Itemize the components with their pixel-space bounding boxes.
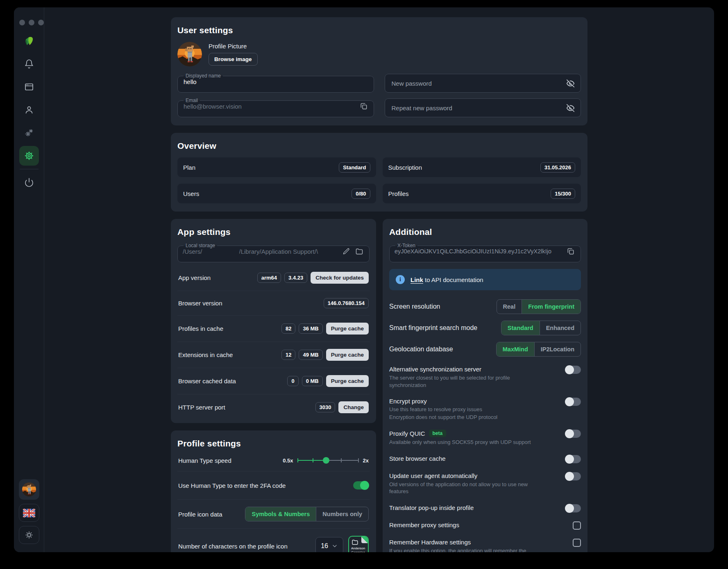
standard-option[interactable]: Standard [501,321,540,335]
beta-badge: beta [429,430,447,437]
update-ua-toggle[interactable] [565,472,581,480]
plan-label: Plan [183,164,195,171]
overview-title: Overview [177,141,581,151]
screen-resolution-row: Screen resolution Real From fingerprint [389,299,581,314]
translator-toggle[interactable] [565,504,581,512]
numbers-only-option[interactable]: Numbers only [316,507,368,521]
profiles-label: Profiles [388,190,409,197]
profile-icon-preview: Anderson Gonzalez [348,536,369,552]
gears-icon [25,128,34,137]
show-password-button[interactable] [565,78,576,89]
slider-max-label: 2x [363,457,369,464]
preview-name-line1: Anderson [351,546,365,550]
edit-path-button[interactable] [342,247,351,256]
extensions-cache-row: Extensions in cache 12 49 MB Purge cache [177,341,370,368]
twofa-row: Use Human Type to enter the 2FA code [177,471,370,499]
twofa-label: Use Human Type to enter the 2FA code [178,482,286,489]
profiles-cache-count: 82 [281,323,295,334]
twofa-toggle[interactable] [353,481,369,489]
browser-version-label: Browser version [178,300,222,307]
power-icon [24,178,34,187]
notifications-button[interactable] [19,54,39,74]
api-doc-rest: to API documentation [423,276,483,283]
proxify-quic-sub: Available only when using SOCKS5 proxy w… [389,439,531,446]
app-settings-card: App settings Local storage /Users/ /Libr… [171,219,376,423]
slider-thumb[interactable] [323,457,329,464]
email-input[interactable] [183,103,359,110]
users-row: Users 0/80 [177,184,376,203]
logout-button[interactable] [19,173,39,192]
remember-proxy-row: Remember proxy settings [389,521,581,530]
arch-badge: arm64 [257,273,281,283]
browse-image-button[interactable]: Browse image [209,53,258,66]
proxify-quic-label: Proxify QUIC [389,430,425,437]
remember-hw-checkbox[interactable] [573,539,581,547]
proxify-quic-toggle[interactable] [565,430,581,438]
maximize-button[interactable] [38,20,44,25]
update-ua-sub: Old versions of the application do not a… [389,481,542,495]
open-folder-button[interactable] [354,246,364,256]
avatar [22,483,36,496]
real-option[interactable]: Real [497,300,522,314]
account-avatar-button[interactable] [19,479,39,500]
minimize-button[interactable] [29,20,34,25]
slider-track[interactable] [297,457,359,464]
geo-db-label: Geolocation database [389,346,453,353]
gear-icon [24,150,34,161]
profiles-button[interactable] [19,100,39,120]
remember-hw-label: Remember Hardware settings [389,539,542,546]
copy-email-button[interactable] [359,101,369,111]
store-cache-label: Store browser cache [389,455,446,462]
ip2location-option[interactable]: IP2Location [534,342,581,356]
remember-proxy-label: Remember proxy settings [389,521,459,528]
char-count-row: Number of characters on the profile icon… [177,528,370,552]
purge-browser-cache-button[interactable]: Purge cache [326,375,369,387]
users-label: Users [183,190,199,197]
check-updates-button[interactable]: Check for updates [311,272,369,284]
page-curl [361,537,368,543]
app-settings-title: App settings [177,227,370,237]
displayed-name-input[interactable] [183,78,369,85]
show-repeat-password-button[interactable] [565,103,576,113]
http-port-value: 3030 [315,402,336,412]
plan-row: Plan Standard [177,157,376,177]
local-storage-prefix: /Users/ [183,248,202,255]
subscription-row: Subscription 31.05.2026 [383,157,581,177]
new-password-input[interactable] [390,80,566,87]
purge-extensions-cache-button[interactable]: Purge cache [326,349,369,361]
purge-profiles-cache-button[interactable]: Purge cache [326,323,369,335]
close-button[interactable] [19,20,25,25]
repeat-password-field [385,98,581,117]
chevron-down-icon [331,543,338,549]
char-count-value: 16 [321,542,328,550]
theme-toggle-button[interactable] [19,526,39,544]
browser-version-row: Browser version 146.0.7680.154 [177,291,370,315]
smart-fp-label: Smart fingerprint search mode [389,324,477,332]
change-port-button[interactable]: Change [338,401,369,413]
proxify-quic-row: Proxify QUIC beta Available only when us… [389,430,581,446]
displayed-name-label: Displayed name [184,74,223,78]
symbols-numbers-option[interactable]: Symbols & Numbers [245,507,316,521]
browser-windows-button[interactable] [19,77,39,97]
repeat-password-input[interactable] [390,105,566,112]
automation-button[interactable] [19,123,39,143]
maxmind-option[interactable]: MaxMind [497,342,534,356]
language-button[interactable] [19,504,39,522]
copy-icon [567,247,575,255]
user-icon [24,105,34,115]
browser-cached-data-row: Browser cached data 0 0 MB Purge cache [177,368,370,394]
remember-proxy-checkbox[interactable] [573,521,581,530]
enhanced-option[interactable]: Enhanced [540,321,581,335]
settings-button[interactable] [19,146,39,166]
char-count-dropdown[interactable]: 16 [315,537,343,552]
encrypt-proxy-toggle[interactable] [565,398,581,406]
encrypt-proxy-sub1: Use this feature to resolve proxy issues [389,406,497,413]
extensions-cache-count: 12 [281,350,295,360]
icon-data-segmented: Symbols & Numbers Numbers only [245,507,369,521]
alt-sync-toggle[interactable] [565,366,581,374]
human-type-speed-label: Human Type speed [178,457,231,464]
copy-token-button[interactable] [566,246,576,256]
api-doc-link[interactable]: Link [410,276,423,283]
from-fingerprint-option[interactable]: From fingerprint [522,300,581,314]
store-cache-toggle[interactable] [565,455,581,463]
